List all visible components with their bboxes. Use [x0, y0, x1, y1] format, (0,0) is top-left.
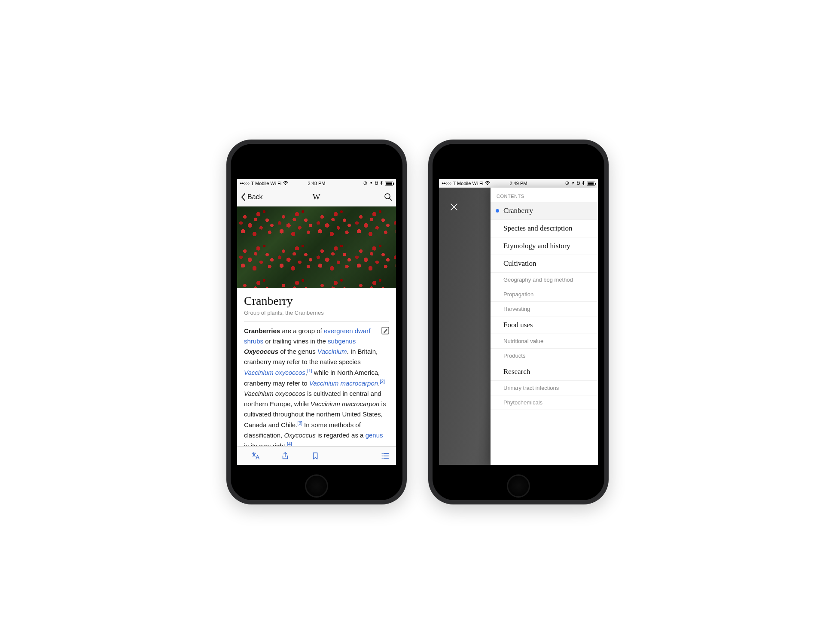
toc-item[interactable]: Urinary tract infections [491, 381, 598, 395]
toc-item[interactable]: Geography and bog method [491, 273, 598, 287]
toc-item[interactable]: Products [491, 349, 598, 363]
phone-left: ●●○○○ T-Mobile Wi-Fi 2:48 PM [226, 140, 407, 504]
home-button[interactable] [305, 474, 328, 498]
bookmark-icon [311, 451, 320, 461]
search-button[interactable] [384, 193, 393, 201]
lead-bold: Cranberries [244, 327, 280, 334]
close-button[interactable] [449, 202, 459, 212]
search-icon [384, 193, 393, 201]
battery-icon [385, 182, 393, 185]
signal-dots-icon: ●●○○○ [240, 181, 249, 185]
divider [244, 321, 389, 322]
edit-button[interactable] [381, 326, 390, 338]
toc-item[interactable]: Food uses [491, 316, 598, 334]
signal-dots-icon: ●●○○○ [442, 181, 451, 185]
nav-bar: Back W [237, 188, 396, 207]
toc-item[interactable]: Etymology and history [491, 237, 598, 255]
article-subtitle: Group of plants, the Cranberries [244, 310, 389, 316]
share-button[interactable] [271, 451, 301, 461]
toc-header: CONTENTS [491, 188, 598, 202]
dimmed-backdrop[interactable]: CONTENTS CranberrySpecies and descriptio… [439, 188, 598, 465]
bluetooth-icon [582, 181, 585, 186]
svg-point-10 [577, 182, 580, 185]
toc-button[interactable] [330, 451, 393, 461]
share-icon [280, 451, 290, 461]
ref-4[interactable]: [4] [287, 442, 292, 446]
status-bar: ●●○○○ T-Mobile Wi-Fi 2:49 PM [439, 179, 598, 188]
pencil-icon [381, 326, 390, 335]
language-button[interactable] [241, 451, 271, 461]
toc-panel: CONTENTS CranberrySpecies and descriptio… [491, 188, 598, 465]
toc-item[interactable]: Cranberry [491, 202, 598, 220]
orientation-lock-icon [363, 181, 367, 186]
svg-point-5 [382, 453, 383, 454]
back-button[interactable]: Back [241, 193, 263, 201]
location-icon [571, 181, 575, 186]
svg-point-0 [285, 184, 286, 185]
article-title: Cranberry [244, 294, 389, 308]
carrier-label: T-Mobile Wi-Fi [251, 181, 281, 186]
hero-image[interactable] [237, 207, 396, 288]
link-vaccinium-macrocarpon[interactable]: Vaccinium macrocarpon [309, 380, 378, 387]
svg-point-2 [375, 182, 378, 185]
home-button[interactable] [507, 474, 530, 498]
ref-3[interactable]: [3] [297, 421, 302, 428]
bottom-toolbar [237, 446, 396, 465]
bookmark-button[interactable] [300, 451, 330, 461]
link-subgenus[interactable]: subgenus [328, 337, 356, 345]
alarm-icon [576, 181, 580, 186]
toc-item[interactable]: Propagation [491, 287, 598, 302]
language-icon [251, 451, 260, 461]
svg-point-6 [382, 455, 383, 456]
ref-2[interactable]: [2] [380, 380, 385, 387]
toc-item[interactable]: Species and description [491, 220, 598, 237]
svg-point-8 [487, 184, 488, 185]
toc-screen: ●●○○○ T-Mobile Wi-Fi 2:49 PM [439, 179, 598, 465]
svg-point-3 [385, 194, 390, 199]
toc-icon [381, 451, 390, 461]
phone-right: ●●○○○ T-Mobile Wi-Fi 2:49 PM [428, 140, 609, 504]
link-vaccinium-oxycoccos[interactable]: Vaccinium oxycoccos [244, 369, 305, 376]
link-vaccinium[interactable]: Vaccinium [317, 348, 347, 355]
wifi-icon [283, 181, 288, 186]
bluetooth-icon [380, 181, 383, 186]
location-icon [369, 181, 373, 186]
battery-icon [587, 182, 595, 185]
wifi-icon [485, 181, 490, 186]
alarm-icon [375, 181, 378, 186]
link-genus[interactable]: genus [366, 431, 383, 439]
article-screen: ●●○○○ T-Mobile Wi-Fi 2:48 PM [237, 179, 396, 465]
article-body: Cranberry Group of plants, the Cranberri… [237, 288, 396, 446]
toc-item[interactable]: Cultivation [491, 255, 598, 273]
close-icon [449, 202, 459, 212]
chevron-left-icon [241, 193, 247, 201]
orientation-lock-icon [565, 181, 569, 186]
toc-item[interactable]: Harvesting [491, 302, 598, 316]
carrier-label: T-Mobile Wi-Fi [453, 181, 483, 186]
link-evergreen[interactable]: evergreen [324, 327, 353, 334]
ref-1[interactable]: [1] [307, 369, 312, 376]
back-label: Back [247, 193, 263, 201]
lead-paragraph: Cranberries are a group of evergreen dwa… [244, 326, 389, 446]
toc-item[interactable]: Phytochemicals [491, 395, 598, 410]
toc-list[interactable]: CranberrySpecies and descriptionEtymolog… [491, 202, 598, 465]
svg-point-7 [382, 458, 383, 459]
toc-item[interactable]: Research [491, 363, 598, 381]
status-bar: ●●○○○ T-Mobile Wi-Fi 2:48 PM [237, 179, 396, 188]
toc-item[interactable]: Nutritional value [491, 334, 598, 349]
